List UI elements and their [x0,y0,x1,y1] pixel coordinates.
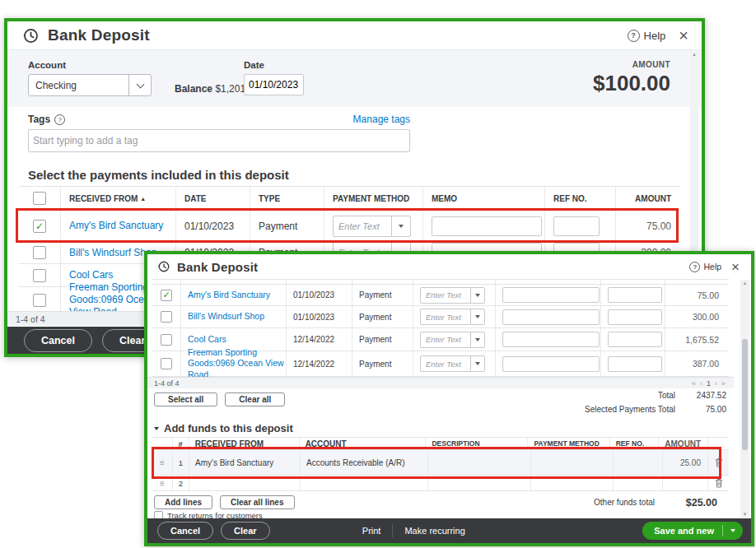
first-page-icon[interactable]: « [692,379,696,388]
customer-link[interactable]: Amy's Bird Sanctuary [69,220,163,232]
recent-transactions-icon[interactable] [22,27,40,44]
cancel-button[interactable]: Cancel [24,329,92,352]
customer-link[interactable]: Amy's Bird Sanctuary [188,290,270,301]
col-amount[interactable]: AMOUNT [615,187,681,210]
cell-amount[interactable]: 25.00 [662,450,707,475]
cell-ref-no[interactable] [613,450,662,475]
tags-input[interactable] [28,129,410,152]
next-page-icon[interactable]: › [715,379,717,388]
ref-no-input[interactable] [553,216,600,236]
ref-no-input[interactable] [608,287,662,303]
memo-input[interactable] [502,356,600,372]
row-checkbox[interactable] [161,334,172,346]
col-type[interactable]: TYPE [250,187,324,210]
row-checkbox[interactable] [161,311,172,323]
cell-account[interactable]: Accounts Receivable (A/R) [300,450,427,475]
drag-handle-icon[interactable]: ≡ [152,450,172,475]
tags-help-icon[interactable]: ? [54,114,65,125]
select-all-button[interactable]: Select all [154,392,217,406]
cell-received-from[interactable]: Amy's Bird Sanctuary [189,450,300,475]
selected-total-label: Selected Payments Total [585,405,675,414]
prev-page-icon[interactable]: ‹ [700,379,702,388]
trash-icon[interactable] [707,476,729,490]
memo-input[interactable] [502,287,600,303]
col-date[interactable]: DATE [175,187,250,210]
row-checkbox-checked[interactable]: ✓ [161,290,172,301]
drag-handle-icon[interactable]: ≡ [152,476,172,490]
sort-asc-icon: ▲ [140,196,146,202]
cell-description[interactable] [427,476,530,490]
print-link[interactable]: Print [362,526,381,536]
scrollbar[interactable]: ▲ ▼ [740,280,749,518]
ref-no-input[interactable] [608,309,662,325]
clear-all-lines-button[interactable]: Clear all lines [220,495,294,509]
trash-icon[interactable] [707,450,729,475]
cell-description[interactable] [427,450,530,475]
add-funds-section-toggle[interactable]: Add funds to this deposit [154,422,293,434]
window2-footer: Cancel Clear Print Make recurring Save a… [147,518,751,543]
row-checkbox[interactable] [33,269,46,282]
col-ref-no[interactable]: REF NO. [544,187,615,210]
add-funds-header: # RECEIVED FROM ACCOUNT DESCRIPTION PAYM… [152,437,729,450]
ref-no-input[interactable] [608,332,662,347]
clear-button[interactable]: Clear [221,522,270,540]
last-page-icon[interactable]: » [721,379,726,388]
row-checkbox[interactable] [33,246,46,259]
close-icon[interactable]: × [679,27,688,44]
payment-method-select[interactable]: Enter Text [420,287,485,304]
manage-tags-link[interactable]: Manage tags [353,114,410,125]
add-funds-row[interactable]: ≡ 1 Amy's Bird Sanctuary Accounts Receiv… [152,450,729,476]
scroll-down-icon[interactable]: ▼ [743,511,748,518]
select-all-checkbox[interactable] [33,192,46,205]
date-input[interactable] [244,74,304,95]
help-button[interactable]: ? Help [628,30,666,42]
memo-input[interactable] [432,216,542,236]
row-checkbox[interactable] [161,358,172,369]
clear-all-button[interactable]: Clear all [225,392,285,406]
cell-amount[interactable] [662,476,707,490]
cell-line-number: 1 [172,450,189,475]
payment-method-select[interactable]: Enter Text [420,355,485,372]
cell-payment-method[interactable] [530,450,613,475]
save-dropdown-icon[interactable] [723,529,743,532]
scroll-up-icon[interactable]: ▲ [692,51,697,58]
col-memo[interactable]: MEMO [422,187,544,210]
amount-value: $100.00 [593,71,670,96]
recent-transactions-icon[interactable] [157,260,170,273]
balance-label: Balance [175,83,212,95]
save-and-new-button[interactable]: Save and new [642,522,743,540]
other-funds-total-label: Other funds total [594,498,655,507]
memo-input[interactable] [502,332,600,347]
cell-received-from[interactable] [189,476,300,490]
customer-link[interactable]: Freeman Sporting Goods:0969 Ocean View R… [188,347,286,381]
payment-method-select[interactable]: Enter Text [333,216,411,237]
add-funds-row[interactable]: ≡ 2 [152,476,729,491]
row-checkbox-checked[interactable]: ✓ [33,220,46,233]
row-checkbox[interactable] [33,294,46,307]
scroll-up-icon[interactable]: ▲ [743,280,748,286]
make-recurring-link[interactable]: Make recurring [404,526,464,536]
cell-account[interactable] [300,476,427,490]
customer-link[interactable]: Bill's Windsurf Shop [188,311,264,323]
cell-type: Payment [250,211,324,241]
scrollbar-thumb[interactable] [742,339,748,450]
pagination-bar: 1-4 of 4 « ‹ 1 › » [147,377,734,388]
ref-no-input[interactable] [608,356,662,372]
window1-header: Bank Deposit ? Help × [7,21,702,49]
cell-payment-method[interactable] [530,476,613,490]
add-lines-button[interactable]: Add lines [154,495,212,509]
account-select[interactable]: Checking [28,74,152,96]
payment-method-select[interactable]: Enter Text [420,309,485,325]
current-page[interactable]: 1 [707,379,711,388]
payment-method-select[interactable]: Enter Text [420,332,485,348]
help-button[interactable]: ? Help [689,262,721,272]
customer-link[interactable]: Cool Cars [69,269,113,281]
close-icon[interactable]: × [731,260,740,274]
totals-block: Total 2437.52 Selected Payments Total 75… [585,391,726,419]
cancel-button[interactable]: Cancel [157,522,213,540]
col-payment-method[interactable]: PAYMENT METHOD [324,187,422,210]
col-received-from[interactable]: RECEIVED FROM ▲ [60,187,175,210]
customer-link[interactable]: Cool Cars [188,334,226,346]
memo-input[interactable] [502,309,600,325]
cell-ref-no[interactable] [613,476,662,490]
